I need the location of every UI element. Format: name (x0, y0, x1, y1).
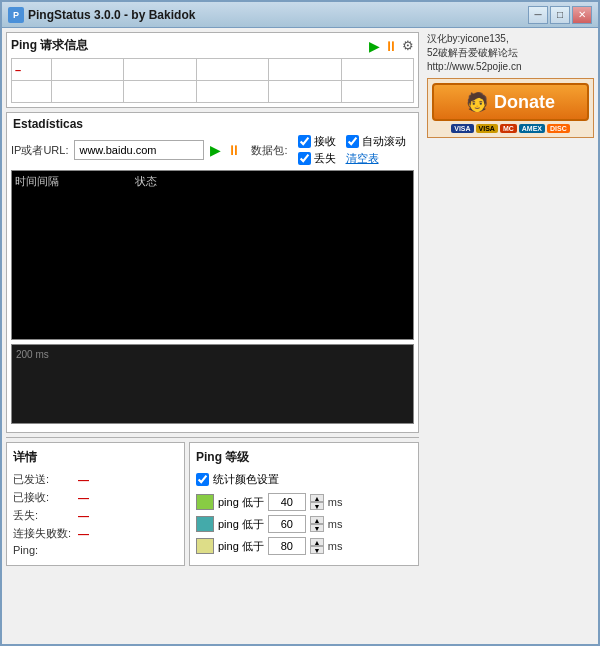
ping-table-cell-r2c4 (196, 81, 268, 103)
ping-request-header: Ping 请求信息 ▶ ⏸ ⚙ (11, 37, 414, 54)
checkboxes-area: 接收 丢失 (298, 134, 336, 166)
stats-controls-row: IP或者URL: ▶ ⏸ 数据包: 接收 丢失 (11, 134, 414, 166)
payment-icons: VISA VISA MC AMEX DISC (451, 124, 570, 133)
minimize-button[interactable]: ─ (528, 6, 548, 24)
color-box-yellow (196, 538, 214, 554)
lose-label: 丢失 (314, 151, 336, 166)
clear-table-link[interactable]: 清空表 (346, 151, 379, 166)
ping-pause-button[interactable]: ⏸ (384, 38, 398, 54)
spin-up-3[interactable]: ▲ (310, 538, 324, 546)
donate-person-icon: 🧑 (466, 91, 488, 113)
auto-scroll-area: 自动滚动 清空表 (346, 134, 406, 166)
grade-spinner-2: ▲ ▼ (310, 516, 324, 532)
lost-row: 丢失: — (13, 508, 178, 523)
ping-table-cell-first: – (12, 59, 52, 81)
maximize-button[interactable]: □ (550, 6, 570, 24)
ip-url-label: IP或者URL: (11, 143, 68, 158)
amex-icon: AMEX (519, 124, 545, 133)
received-label: 已接收: (13, 490, 78, 505)
color-box-green (196, 494, 214, 510)
ping-table-cell-6 (341, 59, 413, 81)
ping-request-title: Ping 请求信息 (11, 37, 88, 54)
grade-row-2: ping 低于 ▲ ▼ ms (196, 515, 412, 533)
close-button[interactable]: ✕ (572, 6, 592, 24)
sent-value: — (78, 474, 89, 486)
visa2-icon: VISA (476, 124, 498, 133)
ms-label-3: ms (328, 540, 343, 552)
stats-pause-button[interactable]: ⏸ (227, 142, 241, 158)
grade-spinner-3: ▲ ▼ (310, 538, 324, 554)
title-buttons: ─ □ ✕ (528, 6, 592, 24)
sent-label: 已发送: (13, 472, 78, 487)
conn-fail-label: 连接失败数: (13, 526, 78, 541)
color-box-blue-green (196, 516, 214, 532)
ping-low-label-1: ping 低于 (218, 495, 264, 510)
stats-color-label: 统计颜色设置 (213, 472, 279, 487)
auto-scroll-checkbox[interactable] (346, 135, 359, 148)
ping-grade-panel: Ping 等级 统计颜色设置 ping 低于 ▲ ▼ (189, 442, 419, 566)
lose-checkbox[interactable] (298, 152, 311, 165)
grade-spinner-1: ▲ ▼ (310, 494, 324, 510)
grade-input-2[interactable] (268, 515, 306, 533)
data-table-header: 时间间隔 状态 (15, 174, 410, 189)
ping-table-cell-r2c6 (341, 81, 413, 103)
lost-label: 丢失: (13, 508, 78, 523)
ping-settings-button[interactable]: ⚙ (402, 38, 414, 53)
conn-fail-value: — (78, 528, 89, 540)
grade-input-3[interactable] (268, 537, 306, 555)
donate-label: Donate (494, 92, 555, 113)
grade-input-1[interactable] (268, 493, 306, 511)
main-window: P PingStatus 3.0.0 - by Bakidok ─ □ ✕ Pi… (0, 0, 600, 646)
data-table-container: 时间间隔 状态 (11, 170, 414, 340)
spin-up-1[interactable]: ▲ (310, 494, 324, 502)
window-title: PingStatus 3.0.0 - by Bakidok (28, 8, 195, 22)
disc-icon: DISC (547, 124, 570, 133)
stats-section: Estadísticas IP或者URL: ▶ ⏸ 数据包: 接收 (6, 112, 419, 433)
stats-play-button[interactable]: ▶ (210, 142, 221, 158)
col-status-header: 状态 (135, 174, 410, 189)
spin-down-2[interactable]: ▼ (310, 524, 324, 532)
stats-color-checkbox[interactable] (196, 473, 209, 486)
receive-checkbox-row: 接收 (298, 134, 336, 149)
ping-grade-title: Ping 等级 (196, 449, 412, 466)
url-input[interactable] (74, 140, 204, 160)
spin-up-2[interactable]: ▲ (310, 516, 324, 524)
ping-table-cell-r2c3 (124, 81, 196, 103)
conn-fail-row: 连接失败数: — (13, 526, 178, 541)
title-bar: P PingStatus 3.0.0 - by Bakidok ─ □ ✕ (2, 2, 598, 28)
receive-checkbox[interactable] (298, 135, 311, 148)
info-line2: 52破解吾爱破解论坛 (427, 46, 594, 60)
ping-request-section: Ping 请求信息 ▶ ⏸ ⚙ – (6, 32, 419, 108)
ping-table-cell-4 (196, 59, 268, 81)
col-time-header: 时间间隔 (15, 174, 135, 189)
donate-button[interactable]: 🧑 Donate (432, 83, 589, 121)
ping-table: – (11, 58, 414, 103)
visa-icon: VISA (451, 124, 473, 133)
details-title: 详情 (13, 449, 178, 466)
right-panel: 汉化by:yicone135, 52破解吾爱破解论坛 http://www.52… (423, 28, 598, 644)
spin-down-3[interactable]: ▼ (310, 546, 324, 554)
auto-scroll-label: 自动滚动 (362, 134, 406, 149)
ms-label-1: ms (328, 496, 343, 508)
bottom-section: 详情 已发送: — 已接收: — 丢失: — 连接失败数: (6, 437, 419, 566)
mc-icon: MC (500, 124, 517, 133)
spin-down-1[interactable]: ▼ (310, 502, 324, 510)
grade-row-3: ping 低于 ▲ ▼ ms (196, 537, 412, 555)
info-line1: 汉化by:yicone135, (427, 32, 594, 46)
ping-play-button[interactable]: ▶ (369, 38, 380, 54)
app-icon: P (8, 7, 24, 23)
left-panel: Ping 请求信息 ▶ ⏸ ⚙ – (2, 28, 423, 644)
main-content: Ping 请求信息 ▶ ⏸ ⚙ – (2, 28, 598, 644)
ping-label: Ping: (13, 544, 78, 556)
ping-table-cell-3 (124, 59, 196, 81)
ping-table-cell-5 (269, 59, 341, 81)
right-info: 汉化by:yicone135, 52破解吾爱破解论坛 http://www.52… (427, 32, 594, 74)
lose-checkbox-row: 丢失 (298, 151, 336, 166)
ping-low-label-3: ping 低于 (218, 539, 264, 554)
ping-table-cell-r2c5 (269, 81, 341, 103)
auto-scroll-row: 自动滚动 (346, 134, 406, 149)
chart-label: 200 ms (16, 349, 409, 360)
info-line3: http://www.52pojie.cn (427, 60, 594, 74)
grade-row-1: ping 低于 ▲ ▼ ms (196, 493, 412, 511)
sent-row: 已发送: — (13, 472, 178, 487)
